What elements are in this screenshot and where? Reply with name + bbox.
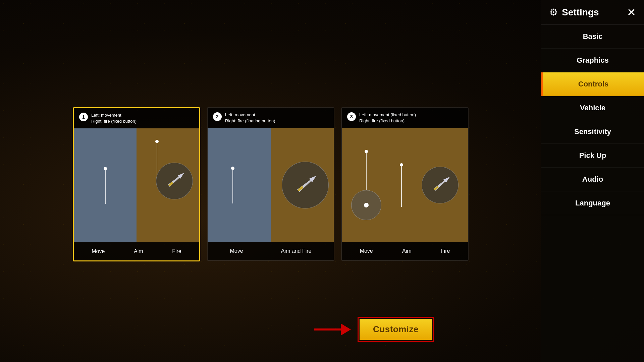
cards-container: 1 Left: movement Right: fire (fixed butt…	[73, 107, 469, 261]
card-2-number: 2	[213, 112, 222, 121]
move-fixed-circle	[351, 190, 381, 220]
sidebar-item-language[interactable]: Language	[541, 191, 644, 215]
card-1-number: 1	[79, 113, 88, 121]
card-2-header: 2 Left: movement Right: fire (floating b…	[208, 108, 334, 128]
card-1-labels: Move Aim Fire	[74, 242, 199, 260]
label-move-2: Move	[230, 248, 243, 254]
joystick-dot-2	[231, 167, 234, 170]
card-3-labels: Move Aim Fire	[342, 242, 468, 260]
card-2-left-zone	[208, 128, 271, 242]
card-2-description: Left: movement Right: fire (floating but…	[225, 112, 275, 124]
card-2-labels: Move Aim and Fire	[208, 242, 334, 260]
joystick-line	[105, 170, 106, 204]
sidebar: ⚙ Settings ✕ Basic Graphics Controls Veh…	[541, 0, 644, 362]
label-aim-1: Aim	[134, 248, 143, 254]
sidebar-item-graphics[interactable]: Graphics	[541, 49, 644, 72]
control-card-3[interactable]: 3 Left: movement (fixed button) Right: f…	[341, 107, 469, 261]
card-3-number: 3	[347, 112, 356, 121]
joystick-dot	[104, 167, 107, 170]
card-1-description: Left: movement Right: fire (fixed button…	[91, 112, 137, 124]
move-dot-3	[365, 150, 368, 153]
card-2-visual	[208, 128, 334, 242]
bullet-svg-2	[296, 173, 319, 194]
card-3-fire-circle	[422, 167, 459, 203]
main-container: 1 Left: movement Right: fire (fixed butt…	[0, 0, 644, 362]
card-1-move-joystick	[104, 167, 107, 204]
label-fire-3: Fire	[441, 248, 450, 254]
card-2-move-joystick	[231, 167, 234, 203]
move-inner-dot	[364, 203, 369, 207]
card-1-right-zone	[137, 128, 199, 242]
settings-title: Settings	[562, 7, 599, 18]
card-2-right-zone	[271, 128, 334, 242]
control-card-2[interactable]: 2 Left: movement Right: fire (floating b…	[207, 107, 334, 261]
bottom-area: Customize	[314, 317, 434, 342]
nav-list: Basic Graphics Controls Vehicle Sensitiv…	[541, 25, 644, 362]
fire-circle	[156, 163, 193, 199]
sidebar-item-controls[interactable]: Controls	[541, 72, 644, 96]
card-1-visual	[74, 128, 199, 242]
aim-dot	[155, 140, 159, 143]
card-1-fire-circle	[156, 163, 193, 199]
sidebar-item-sensitivity[interactable]: Sensitivity	[541, 120, 644, 144]
card-3-description: Left: movement (fixed button) Right: fir…	[359, 112, 416, 124]
aim-dot-3	[400, 163, 403, 167]
arrow-head	[341, 323, 351, 336]
control-card-1[interactable]: 1 Left: movement Right: fire (fixed butt…	[73, 107, 200, 261]
sidebar-item-audio[interactable]: Audio	[541, 168, 644, 191]
card-3-move-fixed	[351, 150, 381, 220]
label-aim-3: Aim	[402, 248, 412, 254]
card-2-aim-fire-circle	[282, 162, 329, 208]
red-arrow	[314, 323, 351, 336]
fire-circle-3	[422, 167, 459, 203]
label-fire-1: Fire	[172, 248, 181, 254]
customize-button[interactable]: Customize	[360, 319, 432, 340]
aim-line-3	[401, 167, 402, 207]
arrow-shaft	[314, 328, 341, 330]
move-line-3	[366, 153, 367, 190]
card-3-header: 3 Left: movement (fixed button) Right: f…	[342, 108, 468, 128]
sidebar-item-pickup[interactable]: Pick Up	[541, 144, 644, 168]
settings-title-area: ⚙ Settings	[549, 7, 599, 18]
gear-icon: ⚙	[549, 7, 558, 18]
bullet-svg	[167, 170, 186, 188]
label-move-1: Move	[92, 248, 105, 254]
settings-header: ⚙ Settings ✕	[541, 0, 644, 25]
card-1-left-zone	[74, 128, 137, 242]
bullet-svg-3	[432, 174, 452, 192]
label-move-3: Move	[360, 248, 373, 254]
customize-button-wrapper: Customize	[358, 317, 434, 342]
card-1-header: 1 Left: movement Right: fire (fixed butt…	[74, 108, 199, 128]
aim-fire-circle	[282, 162, 329, 208]
close-button[interactable]: ✕	[627, 7, 636, 18]
card-3-visual	[342, 128, 468, 242]
card-3-aim-joystick	[400, 163, 403, 207]
joystick-line-2	[232, 170, 233, 203]
label-aim-fire-2: Aim and Fire	[281, 248, 312, 254]
sidebar-item-vehicle[interactable]: Vehicle	[541, 96, 644, 120]
sidebar-item-basic[interactable]: Basic	[541, 25, 644, 49]
content-area: 1 Left: movement Right: fire (fixed butt…	[0, 0, 541, 362]
